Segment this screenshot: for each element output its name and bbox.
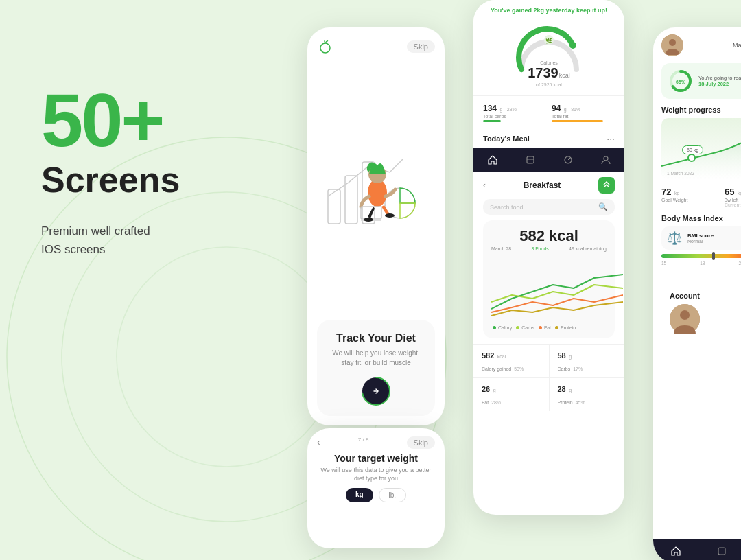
fat-legend: Fat — [539, 325, 551, 330]
bmi-scale-bar — [661, 254, 741, 258]
kcal-value: 582 kcal — [491, 227, 607, 245]
onboarding-title: Track Your Diet — [328, 332, 424, 345]
protein-legend: Protein — [555, 325, 576, 330]
kg-unit-button[interactable]: kg — [346, 488, 373, 502]
unit-selector: kg lb. — [317, 488, 435, 502]
stats-row-1: 582 kcal Calory gained 50% 58 g Carbs 17… — [473, 344, 624, 377]
todays-meal-header: Today's Meal ··· — [473, 128, 624, 148]
profile-nav-button[interactable] — [600, 154, 612, 166]
avatar-svg — [661, 34, 683, 56]
hero-subtitle: Premium well crafted IOS screens — [41, 222, 261, 259]
svg-rect-27 — [718, 548, 725, 555]
svg-point-15 — [569, 42, 576, 49]
profile-date: March 28 2022 — [689, 42, 741, 49]
illustration-area — [317, 60, 435, 312]
chart-nav-button[interactable] — [562, 154, 574, 166]
hero-number: 50+ — [41, 82, 261, 158]
svg-point-14 — [362, 377, 390, 405]
hero-section: 50+ Screens Premium well crafted IOS scr… — [41, 82, 261, 259]
goal-progress-ring: 65% — [668, 69, 693, 93]
home-nav-button[interactable] — [486, 154, 499, 166]
svg-text:🌿: 🌿 — [545, 37, 552, 44]
food-nav-button[interactable] — [524, 154, 537, 166]
bmi-scale-numbers: 15 18 25 30 — [661, 261, 741, 266]
onboarding-content-card: Track Your Diet We will help you lose we… — [317, 320, 435, 416]
weight-progress-title: Weight progress — [661, 106, 741, 114]
stats-row-2: 26 g Fat 28% 28 g Protein 45% — [473, 377, 624, 411]
nutrition-chart — [491, 254, 607, 323]
home-nav-button-2[interactable] — [670, 545, 682, 557]
calories-value: 1739 — [528, 65, 558, 81]
carbs-macro: 134 g 28% Total carbs — [483, 102, 546, 122]
gained-message: You've gained 2kg yesterday keep it up! — [483, 7, 615, 14]
onboarding-illustration — [321, 128, 431, 244]
calory-legend: Calory — [493, 325, 512, 330]
protein-stat: 28 g Protein 45% — [550, 378, 625, 411]
bmi-section: Body Mass Index ⚖️ BMI score Normal 15 1… — [661, 214, 741, 266]
profile-header: March 28 2022 ▾ — [661, 34, 741, 56]
kcal-summary-card: 582 kcal March 28 3 Foods 49 kcal remain… — [483, 220, 615, 338]
svg-point-12 — [364, 218, 373, 222]
weight-chart: 60 kg 1 March 2022 — [661, 118, 741, 180]
fat-bar — [552, 120, 603, 122]
svg-point-22 — [669, 39, 676, 46]
hero-heading: Screens — [41, 161, 261, 200]
svg-point-13 — [385, 213, 395, 218]
fat-stat: 26 g Fat 28% — [473, 378, 550, 411]
goal-card: 65% You're going to reach your goal 18 J… — [661, 63, 741, 99]
phone2-header: ‹ 7 / 8 Skip — [317, 436, 435, 449]
svg-point-30 — [680, 310, 690, 320]
macros-row: 134 g 28% Total carbs 94 g 81% Total fat — [473, 95, 624, 128]
bottom-nav-bar-2 — [653, 539, 741, 560]
food-nav-button-2[interactable] — [716, 545, 728, 557]
goal-weight-stat: 72 kg Goal Weight — [661, 185, 719, 207]
bmi-scale-icon: ⚖️ — [667, 231, 682, 246]
meal-options-button[interactable]: ··· — [607, 133, 615, 144]
search-icon: 🔍 — [598, 202, 608, 211]
dashboard-top: You've gained 2kg yesterday keep it up! … — [473, 0, 624, 95]
breakfast-expand-button[interactable] — [598, 177, 615, 194]
lb-unit-button[interactable]: lb. — [379, 488, 407, 502]
skip-button2[interactable]: Skip — [407, 436, 435, 449]
weight-label: 60 kg — [682, 145, 703, 154]
bmi-marker — [712, 252, 715, 260]
back-button[interactable]: ‹ — [317, 436, 320, 449]
current-weight-stat: 65 kg 3w left Current — [725, 185, 741, 207]
weight-stats: 72 kg Goal Weight 65 kg 3w left Current — [661, 185, 741, 207]
phone-profile: March 28 2022 ▾ 65% You're going to reac… — [653, 27, 741, 560]
svg-point-3 — [320, 43, 330, 53]
app-logo-icon — [317, 38, 333, 55]
breakfast-back-button[interactable]: ‹ — [483, 180, 486, 190]
calories-unit: kcal — [559, 72, 570, 79]
bmi-card: ⚖️ BMI score Normal — [661, 226, 741, 250]
weight-axis-date: 1 March 2022 — [667, 171, 694, 176]
breakfast-section: ‹ Breakfast Search food 🔍 582 kcal March… — [473, 172, 624, 344]
fat-macro: 94 g 81% Total fat — [552, 102, 615, 122]
page-indicator: 7 / 8 — [358, 436, 369, 447]
bmi-score-label: BMI score — [687, 233, 714, 239]
calories-gauge: 🌿 Calories 1739 kcal of 2925 kcal — [483, 19, 615, 90]
carbs-stat: 58 g Carbs 17% — [550, 345, 625, 377]
user-avatar — [661, 34, 683, 56]
goal-message: You're going to reach your goal — [698, 75, 741, 82]
fat-legend-dot — [539, 326, 542, 329]
svg-text:65%: 65% — [676, 80, 686, 84]
food-search-bar[interactable]: Search food 🔍 — [483, 199, 615, 215]
carbs-legend: Carbs — [516, 325, 534, 330]
calory-legend-dot — [493, 326, 496, 329]
bottom-nav-bar — [473, 148, 624, 172]
phone-track-diet: Skip — [307, 27, 445, 425]
protein-legend-dot — [555, 326, 558, 329]
onboarding-subtitle: We will help you lose weight, stay fit, … — [328, 349, 424, 368]
gained-amount: 2kg — [533, 7, 544, 14]
skip-button[interactable]: Skip — [407, 40, 435, 53]
breakfast-title: Breakfast — [524, 180, 561, 190]
progress-ring — [360, 375, 392, 407]
todays-meal-title: Today's Meal — [483, 135, 530, 143]
carbs-legend-dot — [516, 326, 519, 329]
svg-point-20 — [604, 156, 608, 161]
calories-of: of 2925 kcal — [528, 82, 570, 87]
account-avatar — [670, 304, 700, 334]
goal-date: 18 July 2022 — [698, 81, 741, 87]
account-title: Account — [670, 292, 741, 300]
